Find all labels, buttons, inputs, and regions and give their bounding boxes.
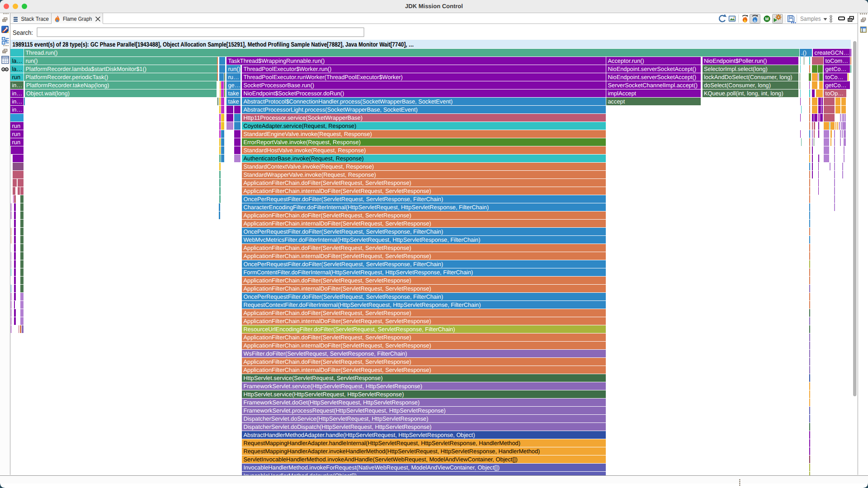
svg-text:run: run	[12, 122, 21, 129]
svg-text:OncePerRequestFilter.doFilter(: OncePerRequestFilter.doFilter(ServletReq…	[244, 228, 443, 235]
svg-text:.(): .()	[801, 49, 807, 56]
svg-text:AuthenticatorBase.invoke(Reque: AuthenticatorBase.invoke(Request, Respon…	[244, 155, 364, 162]
svg-text:StandardContextValve.invoke(Re: StandardContextValve.invoke(Request, Res…	[244, 163, 374, 170]
svg-text:Stack Trace: Stack Trace	[21, 16, 49, 22]
svg-text:NioEndpoint.serverSocketAccept: NioEndpoint.serverSocketAccept()	[608, 74, 697, 80]
svg-text:in…: in…	[12, 90, 23, 97]
svg-text:run: run	[12, 131, 21, 137]
svg-text:1989115 event(s) of 28 type(s): 1989115 event(s) of 28 type(s): GC Phase…	[13, 41, 414, 48]
svg-text:lockAndDoSelect(Consumer, long: lockAndDoSelect(Consumer, long)	[704, 74, 793, 80]
svg-text:ApplicationFilterChain.doFilte: ApplicationFilterChain.doFilter(ServletR…	[244, 244, 411, 251]
svg-text:run(): run()	[26, 57, 38, 64]
svg-text:doSelect(Consumer, long): doSelect(Consumer, long)	[704, 82, 771, 89]
svg-text:in…: in…	[12, 106, 23, 113]
svg-text:InvocableHandlerMethod.invokeF: InvocableHandlerMethod.invokeForRequest(…	[244, 464, 500, 471]
svg-text:CharacterEncodingFilter.doFilt: CharacterEncodingFilter.doFilterInternal…	[244, 204, 489, 211]
svg-text:NioEndpoint.serverSocketAccept: NioEndpoint.serverSocketAccept()	[608, 66, 697, 72]
svg-text:SelectorImpl.select(long): SelectorImpl.select(long)	[704, 66, 768, 72]
svg-text:ApplicationFilterChain.interna: ApplicationFilterChain.internalDoFilter(…	[244, 342, 431, 349]
svg-text:Samples: Samples	[800, 15, 821, 22]
svg-text:StandardEngineValve.invoke(Req: StandardEngineValve.invoke(Request, Resp…	[244, 131, 372, 137]
svg-text:getCo…: getCo…	[826, 66, 847, 72]
svg-text:AbstractProcessorLight.process: AbstractProcessorLight.process(SocketWra…	[244, 106, 418, 113]
svg-text:accept: accept	[608, 98, 625, 105]
svg-text:ServerSocketChannelImpl.accept: ServerSocketChannelImpl.accept()	[608, 82, 698, 89]
svg-text:RequestMappingHandlerAdapter.h: RequestMappingHandlerAdapter.handleInter…	[244, 440, 520, 446]
svg-text:implAccept: implAccept	[608, 90, 637, 97]
svg-text:ApplicationFilterChain.interna: ApplicationFilterChain.internalDoFilter(…	[244, 253, 431, 259]
svg-text:FormContentFilter.doFilterInte: FormContentFilter.doFilterInternal(HttpS…	[244, 269, 473, 276]
svg-text:Http11Processor.service(Socket: Http11Processor.service(SocketWrapperBas…	[244, 114, 363, 121]
svg-text:run(): run()	[228, 66, 241, 72]
svg-text:la…: la…	[12, 66, 23, 72]
svg-text:CoyoteAdapter.service(Request,: CoyoteAdapter.service(Request, Response)	[244, 122, 357, 129]
svg-text:OncePerRequestFilter.doFilter(: OncePerRequestFilter.doFilter(ServletReq…	[244, 196, 443, 202]
svg-text:Search:: Search:	[13, 29, 33, 36]
svg-text:ge…: ge…	[228, 82, 241, 89]
svg-text:ServletInvocableHandlerMethod.: ServletInvocableHandlerMethod.invokeAndH…	[244, 456, 518, 463]
svg-text:ApplicationFilterChain.doFilte: ApplicationFilterChain.doFilter(ServletR…	[244, 358, 411, 365]
svg-text:NioEndpoint$Poller.run(): NioEndpoint$Poller.run()	[704, 57, 767, 64]
svg-text:KQueue.poll(int, long, int, lo: KQueue.poll(int, long, int, long)	[704, 90, 783, 97]
svg-text:WebMvcMetricsFilter.doFilterIn: WebMvcMetricsFilter.doFilterInternal(Htt…	[244, 236, 481, 243]
svg-text:TaskThread$WrappingRunnable.ru: TaskThread$WrappingRunnable.run()	[228, 57, 325, 64]
svg-text:FrameworkServlet.doGet(HttpSer: FrameworkServlet.doGet(HttpServletReques…	[244, 399, 420, 406]
svg-text:NioEndpoint$SocketProcessor.do: NioEndpoint$SocketProcessor.doRun()	[244, 90, 344, 97]
svg-text:DispatcherServlet.doDispatch(H: DispatcherServlet.doDispatch(HttpServlet…	[244, 423, 432, 430]
svg-text:StandardHostValve.invoke(Reque: StandardHostValve.invoke(Request, Respon…	[244, 147, 366, 154]
svg-text:M: M	[765, 17, 769, 22]
svg-text:run: run	[12, 139, 21, 145]
svg-text:take: take	[228, 98, 239, 105]
svg-text:in…: in…	[12, 98, 23, 105]
svg-text:ThreadPoolExecutor.runWorker(T: ThreadPoolExecutor.runWorker(ThreadPoolE…	[244, 74, 403, 80]
svg-text:Thread.run(): Thread.run()	[26, 49, 58, 56]
svg-text:RequestMappingHandlerAdapter.i: RequestMappingHandlerAdapter.invokeHandl…	[244, 448, 540, 455]
svg-text:AbstractHandlerMethodAdapter.h: AbstractHandlerMethodAdapter.handle(Http…	[244, 432, 475, 438]
svg-text:take: take	[228, 90, 239, 97]
svg-text:JDK Mission Control: JDK Mission Control	[405, 3, 463, 9]
svg-text:ApplicationFilterChain.interna: ApplicationFilterChain.internalDoFilter(…	[244, 318, 431, 324]
svg-text:ApplicationFilterChain.interna: ApplicationFilterChain.internalDoFilter(…	[244, 366, 431, 373]
svg-text:toCo…: toCo…	[826, 74, 844, 80]
svg-text:ApplicationFilterChain.doFilte: ApplicationFilterChain.doFilter(ServletR…	[244, 334, 411, 341]
svg-text:toCom…: toCom…	[826, 57, 849, 64]
svg-text:ru…: ru…	[228, 74, 239, 80]
svg-text:PlatformRecorder.takeNap(long): PlatformRecorder.takeNap(long)	[26, 82, 109, 89]
svg-text:ResourceUrlEncodingFilter.doFi: ResourceUrlEncodingFilter.doFilter(Servl…	[244, 326, 455, 333]
svg-text:PlatformRecorder.lambda$startD: PlatformRecorder.lambda$startDiskMonitor…	[26, 66, 146, 72]
svg-text:ApplicationFilterChain.doFilte: ApplicationFilterChain.doFilter(ServletR…	[244, 179, 411, 186]
svg-text:StandardWrapperValve.invoke(Re: StandardWrapperValve.invoke(Request, Res…	[244, 171, 376, 178]
svg-text:HttpServlet.service(HttpServle: HttpServlet.service(HttpServletRequest, …	[244, 391, 404, 398]
svg-text:PlatformRecorder.periodicTask(: PlatformRecorder.periodicTask()	[26, 74, 108, 80]
svg-text:ErrorReportValve.invoke(Reques: ErrorReportValve.invoke(Request, Respons…	[244, 139, 361, 145]
svg-text:Object.wait(long): Object.wait(long)	[26, 90, 70, 97]
svg-text:Flame Graph: Flame Graph	[63, 16, 92, 22]
svg-text:Acceptor.run(): Acceptor.run()	[608, 57, 644, 64]
svg-text:FrameworkServlet.service(HttpS: FrameworkServlet.service(HttpServletRequ…	[244, 383, 422, 389]
svg-text:createGCN…: createGCN…	[815, 49, 849, 56]
svg-text:RequestContextFilter.doFilterI: RequestContextFilter.doFilterInternal(Ht…	[244, 301, 481, 308]
svg-text:run: run	[12, 74, 21, 80]
svg-text:WsFilter.doFilter(ServletReque: WsFilter.doFilter(ServletRequest, Servle…	[244, 350, 407, 357]
svg-text:AbstractProtocol$ConnectionHan: AbstractProtocol$ConnectionHandler.proce…	[244, 98, 453, 105]
svg-text:ApplicationFilterChain.interna: ApplicationFilterChain.internalDoFilter(…	[244, 188, 431, 194]
svg-text:toOp…: toOp…	[826, 90, 844, 97]
svg-text:ApplicationFilterChain.doFilte: ApplicationFilterChain.doFilter(ServletR…	[244, 310, 411, 316]
svg-text:in…: in…	[12, 82, 23, 89]
svg-text:ApplicationFilterChain.doFilte: ApplicationFilterChain.doFilter(ServletR…	[244, 212, 411, 219]
svg-text:OncePerRequestFilter.doFilter(: OncePerRequestFilter.doFilter(ServletReq…	[244, 293, 443, 300]
svg-text:ThreadPoolExecutor$Worker.run(: ThreadPoolExecutor$Worker.run()	[244, 66, 332, 72]
svg-text:la…: la…	[12, 57, 23, 64]
svg-text:ApplicationFilterChain.interna: ApplicationFilterChain.internalDoFilter(…	[244, 285, 431, 292]
svg-text:ApplicationFilterChain.doFilte: ApplicationFilterChain.doFilter(ServletR…	[244, 277, 411, 284]
svg-text:ApplicationFilterChain.interna: ApplicationFilterChain.internalDoFilter(…	[244, 220, 431, 227]
svg-text:getCo…: getCo…	[826, 82, 847, 89]
svg-text:FrameworkServlet.processReques: FrameworkServlet.processRequest(HttpServ…	[244, 407, 446, 414]
svg-text:HttpServlet.service(ServletReq: HttpServlet.service(ServletRequest, Serv…	[244, 375, 383, 381]
svg-text:DispatcherServlet.doService(Ht: DispatcherServlet.doService(HttpServletR…	[244, 415, 429, 422]
svg-text:OncePerRequestFilter.doFilter(: OncePerRequestFilter.doFilter(ServletReq…	[244, 261, 443, 267]
svg-text:SocketProcessorBase.run(): SocketProcessorBase.run()	[244, 82, 314, 89]
